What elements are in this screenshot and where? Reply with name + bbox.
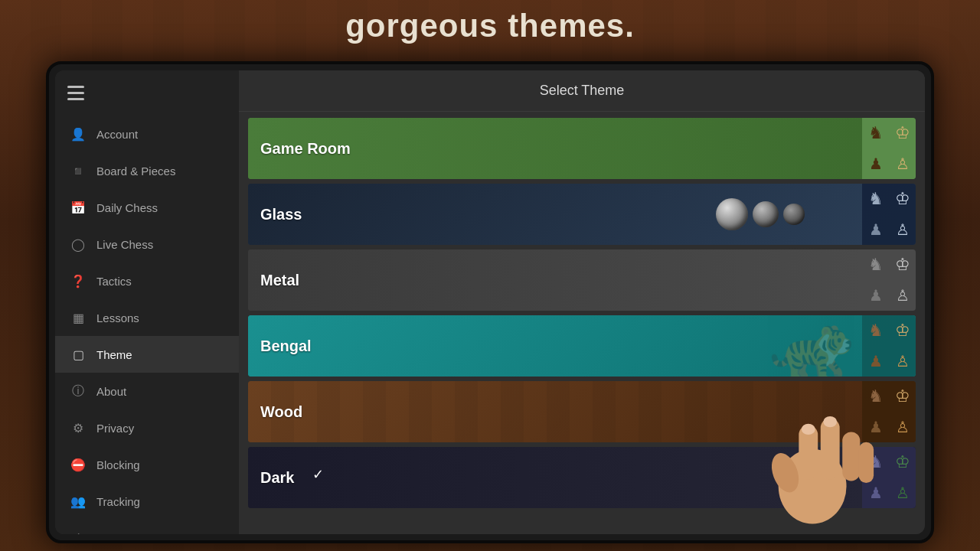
piece-knight-dark-theme: ♞	[862, 447, 889, 478]
piece-knight-wood: ♞	[862, 381, 889, 412]
piece-pawn-dark-wood: ♟	[862, 412, 889, 442]
glass-ball-dark	[716, 198, 748, 230]
tablet-frame: 👤 Account ◾ Board & Pieces 📅 Daily Chess…	[46, 61, 934, 543]
theme-label-area-dark: Dark ✓	[248, 447, 862, 508]
piece-pawn-dark-bengal: ♟	[862, 346, 889, 377]
piece-knight-metal: ♞	[862, 249, 889, 280]
theme-pieces-wood: ♞ ♔ ♟ ♙	[862, 381, 916, 442]
theme-name-glass: Glass	[248, 206, 302, 223]
sidebar-item-theme[interactable]: ▢ Theme	[55, 336, 239, 373]
piece-knight-glass: ♞	[862, 184, 889, 214]
sidebar-item-label: Tracking	[96, 495, 140, 508]
theme-name-metal: Metal	[260, 272, 299, 289]
people-icon: 👥	[70, 494, 86, 509]
piece-pawn-light-metal: ♙	[889, 280, 916, 311]
theme-name-wood: Wood	[260, 403, 302, 421]
theme-pieces-bengal: ♞ ♔ ♟ ♙	[862, 315, 916, 377]
sidebar: 👤 Account ◾ Board & Pieces 📅 Daily Chess…	[55, 70, 239, 534]
sidebar-item-account[interactable]: 👤 Account	[55, 116, 239, 152]
piece-king-glass: ♔	[889, 184, 916, 214]
info-icon: ⓘ	[70, 383, 86, 399]
theme-label-area-wood: Wood	[248, 381, 862, 442]
theme-pieces: ♞ ♔ ♟ ♙	[862, 118, 916, 179]
theme-item-wood[interactable]: Wood ♞ ♔ ♟ ♙	[248, 381, 916, 442]
circle-icon: ◯	[70, 236, 86, 252]
theme-item-bengal[interactable]: 🐅 Bengal ♞ ♔ ♟ ♙	[248, 315, 916, 377]
hamburger-icon[interactable]	[67, 86, 84, 100]
screen: 👤 Account ◾ Board & Pieces 📅 Daily Chess…	[55, 70, 925, 534]
main-content: Select Theme Game Room ♞ ♔ ♟ ♙	[239, 70, 925, 534]
sidebar-item-daily-chess[interactable]: 📅 Daily Chess	[55, 189, 239, 226]
piece-king-light: ♔	[889, 118, 916, 148]
top-text: gorgeous themes.	[0, 8, 980, 44]
theme-item-glass[interactable]: Glass ♞ ♔ ♟ ♙	[248, 184, 916, 245]
piece-king-metal: ♔	[889, 249, 916, 280]
sidebar-item-label: Theme	[96, 348, 132, 361]
sidebar-item-privacy[interactable]: ⚙ Privacy	[55, 409, 239, 446]
piece-pawn-dark-theme: ♟	[862, 478, 889, 508]
sidebar-item-board-pieces[interactable]: ◾ Board & Pieces	[55, 152, 239, 189]
theme-name: Game Room	[260, 140, 351, 158]
piece-pawn-light-glass: ♙	[889, 214, 916, 245]
piece-king-wood: ♔	[889, 381, 916, 412]
sidebar-item-sharing[interactable]: ⇪ Sharing	[55, 520, 239, 534]
sidebar-item-live-chess[interactable]: ◯ Live Chess	[55, 226, 239, 262]
theme-label-area: Game Room	[248, 118, 862, 179]
piece-king-dark-theme: ♔	[889, 447, 916, 478]
block-icon: ⛔	[70, 457, 86, 472]
piece-knight-bengal: ♞	[862, 315, 889, 346]
page-title: Select Theme	[239, 70, 925, 112]
sidebar-item-label: Sharing	[96, 532, 136, 535]
selected-checkmark: ✓	[312, 466, 324, 483]
piece-pawn-dark-glass: ♟	[862, 214, 889, 245]
theme-item-dark[interactable]: Dark ✓ ♞ ♔ ♟ ♙	[248, 447, 916, 508]
piece-pawn-dark: ♟	[862, 148, 889, 179]
sidebar-item-label: Account	[96, 128, 138, 141]
sidebar-header	[55, 70, 239, 116]
sidebar-item-tactics[interactable]: ❓ Tactics	[55, 262, 239, 299]
palette-icon: ▢	[70, 347, 86, 362]
person-icon: 👤	[70, 126, 86, 142]
piece-pawn-light: ♙	[889, 148, 916, 179]
sidebar-item-label: About	[96, 385, 126, 398]
grid-icon: ◾	[70, 163, 86, 178]
sidebar-item-about[interactable]: ⓘ About	[55, 373, 239, 409]
theme-label-area-metal: Metal	[248, 249, 862, 311]
theme-item-game-room[interactable]: Game Room ♞ ♔ ♟ ♙	[248, 118, 916, 179]
theme-label-area-bengal: Bengal	[248, 315, 862, 377]
theme-name-bengal: Bengal	[260, 337, 312, 355]
grid-small-icon: ▦	[70, 310, 86, 325]
sidebar-item-tracking[interactable]: 👥 Tracking	[55, 483, 239, 520]
share-icon: ⇪	[70, 530, 86, 534]
piece-pawn-light-dark-theme: ♙	[889, 478, 916, 508]
gear-icon: ⚙	[70, 420, 86, 435]
sidebar-item-blocking[interactable]: ⛔ Blocking	[55, 446, 239, 483]
themes-list: Game Room ♞ ♔ ♟ ♙ Glass	[239, 112, 925, 534]
piece-pawn-dark-metal: ♟	[862, 280, 889, 311]
sidebar-item-label: Privacy	[96, 422, 134, 435]
sidebar-item-label: Board & Pieces	[96, 165, 175, 178]
theme-pieces-dark: ♞ ♔ ♟ ♙	[862, 447, 916, 508]
glass-ball-medium	[753, 201, 779, 227]
puzzle-icon: ❓	[70, 273, 86, 289]
theme-pieces-glass: ♞ ♔ ♟ ♙	[862, 184, 916, 245]
piece-pawn-light-bengal: ♙	[889, 346, 916, 377]
sidebar-item-label: Daily Chess	[96, 201, 158, 214]
piece-knight-dark: ♞	[862, 118, 889, 148]
glass-ball-small	[783, 204, 805, 225]
sidebar-item-label: Live Chess	[96, 238, 153, 251]
sidebar-item-label: Lessons	[96, 311, 139, 324]
theme-name-dark: Dark	[260, 469, 294, 487]
theme-pieces-metal: ♞ ♔ ♟ ♙	[862, 249, 916, 311]
piece-pawn-light-wood: ♙	[889, 412, 916, 442]
calendar-icon: 📅	[70, 200, 86, 215]
sidebar-item-label: Tactics	[96, 275, 132, 288]
theme-item-metal[interactable]: Metal ♞ ♔ ♟ ♙	[248, 249, 916, 311]
sidebar-item-lessons[interactable]: ▦ Lessons	[55, 299, 239, 336]
piece-king-bengal: ♔	[889, 315, 916, 346]
sidebar-item-label: Blocking	[96, 458, 140, 471]
